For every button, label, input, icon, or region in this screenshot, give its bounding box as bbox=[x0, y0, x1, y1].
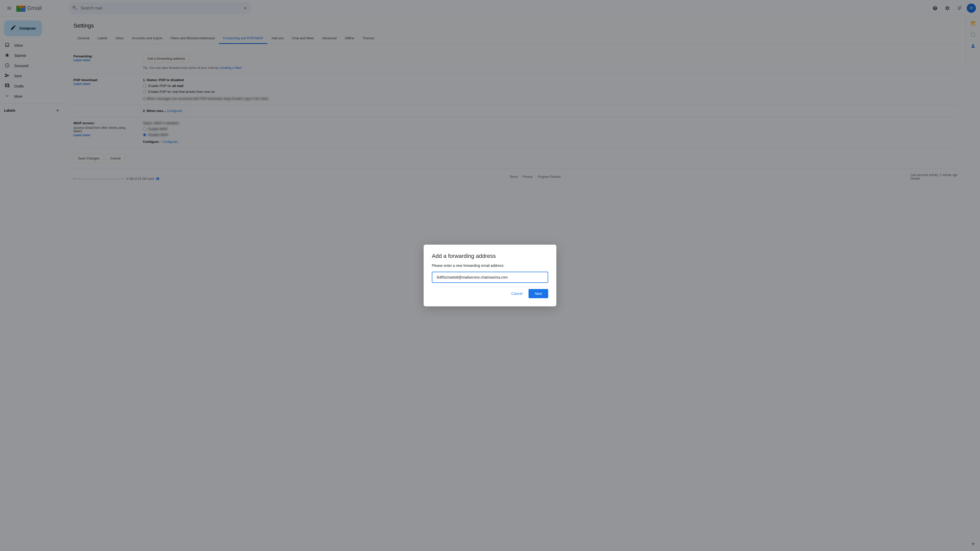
add-forwarding-dialog: Add a forwarding address Please enter a … bbox=[424, 245, 556, 306]
dialog-cancel-button[interactable]: Cancel bbox=[508, 289, 527, 298]
dialog-title: Add a forwarding address bbox=[432, 253, 548, 259]
forwarding-email-input[interactable] bbox=[432, 272, 548, 283]
dialog-subtitle: Please enter a new forwarding email addr… bbox=[432, 264, 548, 268]
dialog-next-button[interactable]: Next bbox=[528, 289, 548, 298]
modal-overlay[interactable]: Add a forwarding address Please enter a … bbox=[0, 0, 980, 551]
dialog-actions: Cancel Next bbox=[432, 289, 548, 298]
